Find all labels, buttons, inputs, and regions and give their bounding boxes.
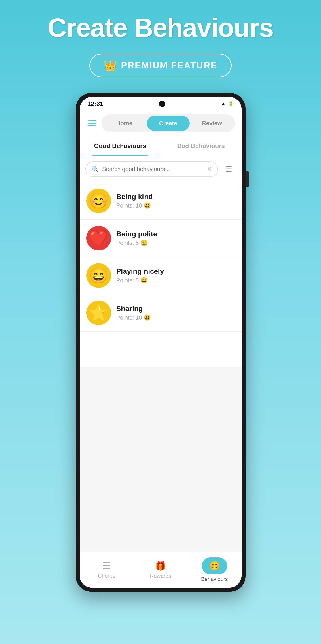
- behaviours-icon: 😊: [209, 561, 220, 571]
- search-input[interactable]: [102, 166, 204, 173]
- hamburger-line-2: [88, 123, 96, 124]
- phone-screen: 12:31 ▲ 🔋 Home Create Review Good Behavi…: [80, 97, 242, 588]
- hamburger-button[interactable]: [86, 118, 98, 128]
- behaviours-label: Behaviours: [201, 576, 228, 582]
- hamburger-line-1: [88, 120, 96, 121]
- premium-label: PREMIUM FEATURE: [121, 60, 218, 70]
- behaviour-points-4: Points: 10 😃: [116, 314, 235, 321]
- sub-tab-good[interactable]: Good Behaviours: [80, 136, 160, 156]
- behaviour-info-1: Being kind Points: 10 😃: [116, 192, 235, 209]
- volume-button: [246, 171, 249, 187]
- behaviour-emoji-2: ❤️: [86, 226, 111, 250]
- behaviour-list: 😊 Being kind Points: 10 😃 ❤️ Being polit…: [80, 182, 242, 367]
- rewards-label: Rewards: [150, 573, 171, 579]
- status-time: 12:31: [88, 100, 104, 107]
- behaviour-emoji-4: ⭐: [86, 300, 111, 325]
- behaviour-points-3: Points: 5 😃: [116, 277, 235, 284]
- crown-icon: 👑: [104, 59, 117, 72]
- top-section: Create Behaviours 👑 PREMIUM FEATURE: [0, 0, 321, 86]
- nav-tabs: Home Create Review: [102, 114, 235, 132]
- list-item[interactable]: 😄 Playing nicely Points: 5 😃: [80, 257, 242, 294]
- status-bar: 12:31 ▲ 🔋: [80, 97, 242, 110]
- list-item[interactable]: ❤️ Being polite Points: 5 😃: [80, 220, 242, 257]
- sub-tab-bad[interactable]: Bad Behaviours: [160, 136, 242, 156]
- search-clear-icon[interactable]: ✕: [207, 166, 212, 173]
- status-icons: ▲ 🔋: [221, 101, 234, 107]
- search-container: 🔍 ✕ ☰: [80, 156, 242, 182]
- sub-tabs: Good Behaviours Bad Behaviours: [80, 136, 242, 156]
- chores-icon: ☰: [102, 560, 110, 571]
- top-nav: Home Create Review: [80, 110, 242, 136]
- behaviour-info-2: Being polite Points: 5 😃: [116, 230, 235, 246]
- phone-frame: 12:31 ▲ 🔋 Home Create Review Good Behavi…: [76, 93, 246, 592]
- search-bar: 🔍 ✕: [86, 162, 218, 177]
- page-title: Create Behaviours: [30, 14, 291, 42]
- behaviour-name-3: Playing nicely: [116, 267, 235, 276]
- behaviour-points-2: Points: 5 😃: [116, 240, 235, 246]
- behaviour-points-1: Points: 10 😃: [116, 202, 235, 209]
- behaviour-name-2: Being polite: [116, 230, 235, 238]
- hamburger-line-3: [88, 125, 96, 126]
- wifi-icon: ▲: [221, 101, 226, 107]
- behaviour-emoji-1: 😊: [86, 188, 111, 213]
- behaviour-emoji-3: 😄: [86, 263, 111, 288]
- filter-button[interactable]: ☰: [222, 162, 236, 176]
- behaviours-icon-wrap: 😊: [202, 558, 227, 574]
- empty-area: [80, 367, 242, 552]
- behaviour-info-3: Playing nicely Points: 5 😃: [116, 267, 235, 284]
- search-icon: 🔍: [91, 166, 99, 173]
- behaviour-info-4: Sharing Points: 10 😃: [116, 304, 235, 321]
- battery-icon: 🔋: [228, 101, 234, 107]
- filter-icon: ☰: [225, 164, 232, 174]
- chores-label: Chores: [98, 573, 115, 579]
- bottom-nav-rewards[interactable]: 🎁 Rewards: [134, 557, 188, 583]
- tab-create[interactable]: Create: [147, 116, 190, 131]
- list-item[interactable]: ⭐ Sharing Points: 10 😃: [80, 294, 242, 332]
- tab-review[interactable]: Review: [190, 116, 234, 131]
- bottom-nav-chores[interactable]: ☰ Chores: [80, 557, 134, 582]
- tab-home[interactable]: Home: [103, 116, 146, 131]
- list-item[interactable]: 😊 Being kind Points: 10 😃: [80, 182, 242, 220]
- bottom-nav-behaviours[interactable]: 😊 Behaviours: [188, 554, 241, 586]
- rewards-icon: 🎁: [155, 560, 166, 571]
- behaviour-name-1: Being kind: [116, 192, 235, 201]
- premium-badge: 👑 PREMIUM FEATURE: [90, 54, 232, 77]
- camera-notch: [159, 100, 165, 107]
- behaviour-name-4: Sharing: [116, 304, 235, 313]
- bottom-nav: ☰ Chores 🎁 Rewards 😊 Behaviours: [80, 552, 242, 588]
